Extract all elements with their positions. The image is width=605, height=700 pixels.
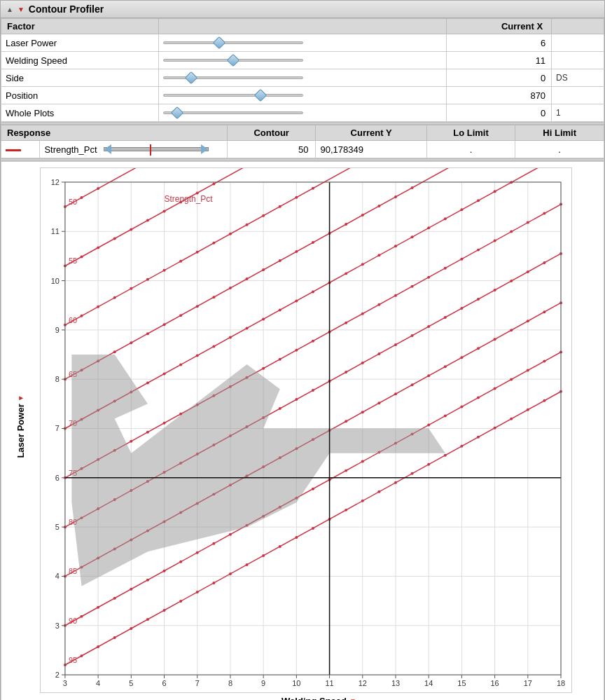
svg-text:5: 5 xyxy=(55,523,60,531)
svg-point-243 xyxy=(444,415,447,418)
svg-point-51 xyxy=(97,306,99,308)
svg-point-84 xyxy=(345,223,347,226)
factor-label: Laser Power xyxy=(1,34,159,52)
svg-point-40 xyxy=(113,237,116,240)
svg-point-244 xyxy=(460,406,463,409)
svg-point-181 xyxy=(510,280,513,282)
svg-point-208 xyxy=(411,383,414,386)
svg-point-87 xyxy=(394,195,397,198)
svg-text:7: 7 xyxy=(195,679,200,687)
svg-point-57 xyxy=(196,251,199,254)
factor-row: Whole Plots 0 1 xyxy=(1,104,604,122)
svg-point-134 xyxy=(279,358,281,361)
x-axis-dropdown-icon[interactable]: ▼ xyxy=(349,697,356,700)
svg-text:14: 14 xyxy=(424,679,433,687)
factor-label: Welding Speed xyxy=(1,52,159,69)
panel-header[interactable]: ▲ ▼ Contour Profiler xyxy=(1,1,604,18)
svg-point-133 xyxy=(262,367,265,370)
unit-header xyxy=(552,19,604,34)
svg-point-237 xyxy=(345,469,347,472)
svg-point-42 xyxy=(146,219,149,221)
y-axis-dropdown-icon[interactable]: ▼ xyxy=(17,394,25,402)
svg-point-226 xyxy=(163,570,166,572)
svg-point-254 xyxy=(81,654,83,657)
response-hi-limit: . xyxy=(515,141,604,158)
factor-slider-cell[interactable] xyxy=(158,52,447,69)
svg-point-182 xyxy=(527,270,529,273)
svg-point-98 xyxy=(179,363,182,366)
factor-slider-cell[interactable] xyxy=(158,34,447,52)
svg-point-109 xyxy=(361,263,364,266)
svg-text:3: 3 xyxy=(63,679,67,687)
factor-unit xyxy=(552,52,604,69)
svg-point-86 xyxy=(377,205,380,207)
factor-value: 0 xyxy=(447,104,552,122)
svg-point-88 xyxy=(411,186,414,189)
svg-point-104 xyxy=(279,308,281,311)
svg-text:8: 8 xyxy=(228,679,232,687)
svg-point-270 xyxy=(345,509,347,512)
svg-point-177 xyxy=(444,316,447,319)
svg-point-169 xyxy=(312,389,314,392)
collapse-icon[interactable]: ▲ xyxy=(6,6,13,13)
svg-point-206 xyxy=(377,402,380,404)
current-x-header: Current X xyxy=(447,19,552,34)
factor-slider-cell[interactable] xyxy=(158,69,447,87)
svg-point-214 xyxy=(510,329,513,331)
svg-point-80 xyxy=(279,259,281,262)
svg-text:9: 9 xyxy=(55,326,60,334)
svg-point-238 xyxy=(361,460,364,463)
svg-point-213 xyxy=(494,338,496,341)
svg-point-56 xyxy=(179,260,182,263)
svg-point-114 xyxy=(444,217,447,220)
svg-text:15: 15 xyxy=(457,679,466,687)
svg-point-167 xyxy=(279,407,281,410)
slider-header xyxy=(158,19,447,34)
svg-point-72 xyxy=(146,332,149,335)
svg-point-261 xyxy=(196,591,199,593)
svg-text:12: 12 xyxy=(359,679,367,687)
svg-point-265 xyxy=(262,554,265,557)
factor-slider-cell[interactable] xyxy=(158,87,447,104)
svg-point-264 xyxy=(246,563,249,566)
svg-point-248 xyxy=(527,369,529,372)
svg-point-74 xyxy=(179,314,182,317)
svg-text:12: 12 xyxy=(51,178,60,186)
svg-text:2: 2 xyxy=(55,671,60,679)
svg-point-175 xyxy=(411,334,414,337)
svg-point-242 xyxy=(427,424,430,427)
svg-text:4: 4 xyxy=(96,679,100,687)
svg-text:11: 11 xyxy=(51,227,60,235)
x-axis-label: Welding Speed xyxy=(281,696,347,700)
svg-point-96 xyxy=(146,381,149,384)
panel-title: Contour Profiler xyxy=(29,4,104,15)
svg-point-258 xyxy=(146,618,149,621)
svg-point-77 xyxy=(229,287,232,289)
svg-point-204 xyxy=(345,420,347,423)
svg-point-116 xyxy=(477,199,480,202)
hi-limit-header: Hi Limit xyxy=(515,125,604,141)
svg-point-58 xyxy=(212,242,215,245)
svg-point-113 xyxy=(427,226,430,229)
svg-point-257 xyxy=(130,627,132,630)
svg-point-102 xyxy=(246,327,249,329)
svg-point-267 xyxy=(295,536,298,539)
svg-point-282 xyxy=(543,399,545,402)
svg-point-276 xyxy=(444,454,447,457)
factor-value: 870 xyxy=(447,87,552,104)
svg-point-33 xyxy=(81,196,83,199)
svg-point-79 xyxy=(262,268,265,271)
svg-point-73 xyxy=(163,323,166,326)
svg-point-281 xyxy=(527,409,529,411)
main-chart: 4550556065707580859095Strength_Pct345678… xyxy=(40,167,572,693)
svg-point-111 xyxy=(394,245,397,247)
svg-point-262 xyxy=(212,582,215,584)
svg-point-229 xyxy=(212,542,215,545)
svg-text:7: 7 xyxy=(55,424,60,432)
svg-point-143 xyxy=(427,276,430,279)
svg-point-149 xyxy=(527,221,529,224)
svg-point-275 xyxy=(427,463,430,466)
svg-point-75 xyxy=(196,305,199,308)
factor-slider-cell[interactable] xyxy=(158,104,447,122)
svg-point-82 xyxy=(312,241,314,244)
